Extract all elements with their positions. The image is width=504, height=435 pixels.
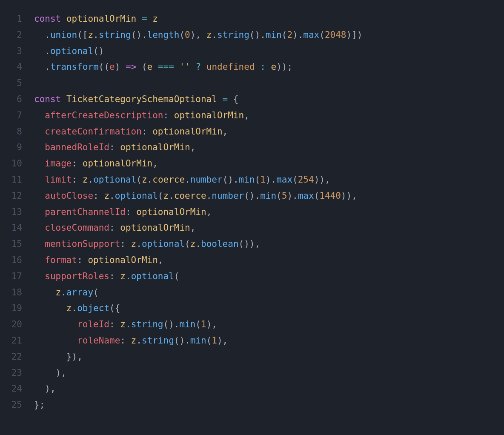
token-punct: ({ (109, 303, 120, 313)
code-content[interactable]: const optionalOrMin = z (34, 11, 158, 27)
code-content[interactable]: .union([z.string().length(0), z.string()… (34, 27, 362, 43)
token-punct (34, 110, 45, 120)
token-fn: string (142, 335, 174, 346)
token-punct (34, 335, 77, 346)
line-number: 8 (0, 124, 34, 140)
token-punct: . (206, 191, 212, 201)
token-punct: . (61, 287, 66, 298)
code-line[interactable]: 8 createConfirmation: optionalOrMin, (0, 124, 504, 140)
code-line[interactable]: 4 .transform((e) => (e === '' ? undefine… (0, 59, 504, 75)
code-line[interactable]: 3 .optional() (0, 43, 504, 60)
code-line[interactable]: 19 z.object({ (0, 300, 504, 317)
token-prop: roleId (77, 319, 109, 329)
token-punct: . (34, 30, 50, 40)
code-line[interactable]: 15 mentionSupport: z.optional(z.boolean(… (0, 236, 504, 252)
code-line[interactable]: 18 z.array( (0, 285, 504, 301)
code-content[interactable]: format: optionalOrMin, (34, 252, 163, 269)
token-var: coerce (174, 191, 206, 201)
code-line[interactable]: 23 ), (0, 365, 504, 381)
token-punct: ( (206, 335, 212, 346)
code-line[interactable]: 25}; (0, 397, 504, 413)
code-line[interactable]: 5 (0, 75, 504, 92)
token-punct: ), (206, 319, 217, 329)
code-content[interactable]: closeCommand: optionalOrMin, (34, 220, 195, 236)
token-punct: . (212, 30, 217, 40)
token-prop: autoClose (45, 191, 93, 201)
code-content[interactable]: roleId: z.string().min(1), (34, 317, 217, 333)
code-line[interactable]: 13 parentChannelId: optionalOrMin, (0, 204, 504, 220)
token-prop: format (45, 255, 77, 265)
code-content[interactable]: .optional() (34, 43, 104, 60)
token-var: optionalOrMin (83, 158, 152, 169)
token-punct: (). (244, 191, 260, 201)
code-line[interactable]: 2 .union([z.string().length(0), z.string… (0, 27, 504, 43)
code-line[interactable]: 1const optionalOrMin = z (0, 11, 504, 27)
code-content[interactable]: createConfirmation: optionalOrMin, (34, 124, 228, 140)
code-line[interactable]: 11 limit: z.optional(z.coerce.number().m… (0, 172, 504, 188)
code-line[interactable]: 21 roleName: z.string().min(1), (0, 333, 504, 349)
code-line[interactable]: 7 afterCreateDescription: optionalOrMin, (0, 108, 504, 124)
code-content[interactable]: roleName: z.string().min(1), (34, 333, 228, 349)
code-line[interactable]: 16 format: optionalOrMin, (0, 252, 504, 269)
code-line[interactable]: 14 closeCommand: optionalOrMin, (0, 220, 504, 236)
line-number: 6 (0, 92, 34, 108)
code-line[interactable]: 10 image: optionalOrMin, (0, 156, 504, 172)
line-number: 13 (0, 204, 34, 220)
token-fn: optional (115, 191, 158, 201)
code-line[interactable]: 17 supportRoles: z.optional( (0, 269, 504, 285)
line-number: 22 (0, 349, 34, 365)
token-punct: . (72, 303, 77, 313)
code-line[interactable]: 12 autoClose: z.optional(z.coerce.number… (0, 188, 504, 204)
line-number: 15 (0, 236, 34, 252)
token-prop: parentChannelId (45, 207, 126, 217)
token-punct (255, 62, 261, 72)
token-punct: : (109, 319, 120, 329)
code-line[interactable]: 6const TicketCategorySchemaOptional = { (0, 92, 504, 108)
line-number: 18 (0, 285, 34, 301)
token-var: optionalOrMin (120, 223, 190, 233)
code-content[interactable]: ), (34, 365, 66, 381)
token-punct: , (190, 142, 196, 152)
code-content[interactable]: autoClose: z.optional(z.coerce.number().… (34, 188, 357, 204)
code-line[interactable]: 20 roleId: z.string().min(1), (0, 317, 504, 333)
token-punct: : (77, 255, 88, 265)
token-punct: }; (34, 400, 45, 410)
code-content[interactable]: bannedRoleId: optionalOrMin, (34, 140, 195, 156)
line-number: 11 (0, 172, 34, 188)
token-num: 1440 (319, 191, 341, 201)
code-content[interactable]: const TicketCategorySchemaOptional = { (34, 92, 239, 108)
code-content[interactable]: z.array( (34, 285, 99, 301)
token-punct: ( (255, 175, 261, 185)
line-number: 9 (0, 140, 34, 156)
token-punct: : (120, 239, 131, 249)
token-punct: , (158, 255, 163, 265)
token-punct (174, 62, 180, 72)
code-line[interactable]: 24 ), (0, 381, 504, 397)
code-content[interactable]: limit: z.optional(z.coerce.number().min(… (34, 172, 330, 188)
code-content[interactable]: supportRoles: z.optional( (34, 269, 179, 285)
token-punct (34, 303, 66, 313)
token-punct: , (152, 158, 158, 169)
code-content[interactable]: }; (34, 397, 45, 413)
code-line[interactable]: 22 }), (0, 349, 504, 365)
code-content[interactable]: image: optionalOrMin, (34, 156, 158, 172)
code-content[interactable]: z.object({ (34, 300, 120, 317)
token-fn: string (99, 30, 131, 40)
code-content[interactable]: .transform((e) => (e === '' ? undefined … (34, 59, 292, 75)
token-punct: ). (266, 175, 276, 185)
code-content[interactable]: parentChannelId: optionalOrMin, (34, 204, 212, 220)
token-op: = (223, 94, 228, 104)
token-punct: ), (190, 30, 206, 40)
token-num: 2048 (325, 30, 346, 40)
code-content[interactable]: afterCreateDescription: optionalOrMin, (34, 108, 249, 124)
line-number: 10 (0, 156, 34, 172)
token-punct: ( (195, 319, 201, 329)
code-content[interactable]: mentionSupport: z.optional(z.boolean()), (34, 236, 260, 252)
code-content[interactable]: }), (34, 349, 83, 365)
code-editor[interactable]: 1const optionalOrMin = z2 .union([z.stri… (0, 11, 504, 413)
token-num: 1 (260, 175, 266, 185)
token-fn: string (217, 30, 249, 40)
code-line[interactable]: 9 bannedRoleId: optionalOrMin, (0, 140, 504, 156)
code-content[interactable]: ), (34, 381, 56, 397)
token-punct: : (163, 110, 174, 120)
